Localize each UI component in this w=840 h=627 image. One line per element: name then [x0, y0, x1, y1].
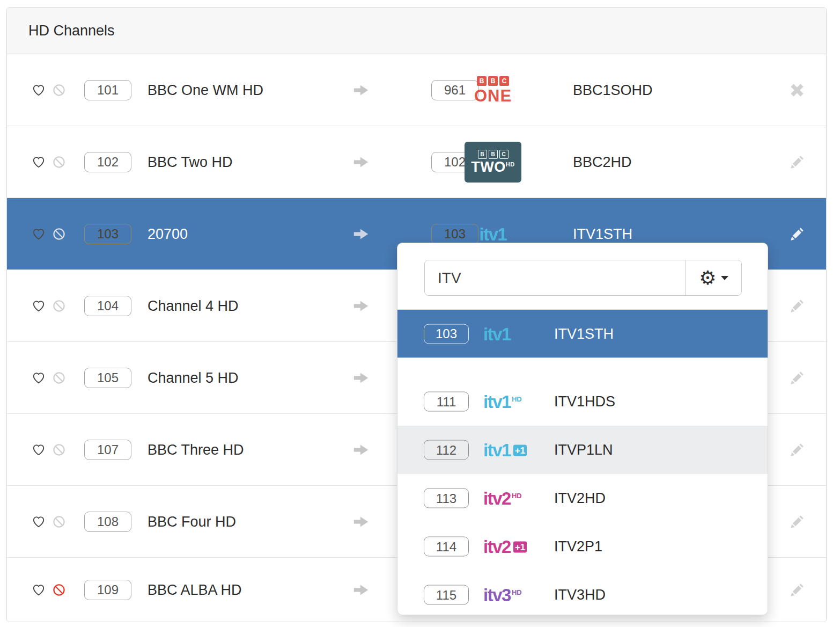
edit-mapping-button[interactable] [789, 298, 805, 314]
itv2-wordmark: itv2 [483, 537, 511, 557]
lcn-value: 104 [97, 298, 119, 314]
lcn-badge: 112 [424, 440, 469, 460]
edit-mapping-button[interactable] [789, 582, 805, 598]
map-arrow-icon [352, 84, 370, 97]
lcn-badge: 109 [84, 580, 131, 600]
remove-mapping-button[interactable] [790, 83, 805, 98]
lcn-value: 107 [97, 442, 119, 457]
gear-icon: ⚙ [699, 268, 716, 288]
search-options-button[interactable]: ⚙ [686, 260, 741, 295]
channel-name: Channel 5 HD [148, 369, 239, 386]
favourite-icon[interactable] [32, 515, 46, 529]
itv1-logo: itv1 [456, 225, 529, 243]
block-icon[interactable] [53, 227, 66, 240]
service-name: BBC2HD [573, 154, 632, 170]
itv1-wordmark: itv1 [483, 325, 511, 342]
favourite-icon[interactable] [32, 371, 46, 385]
itv1-hd-logo: itv1HD [483, 393, 522, 411]
map-arrow-icon [352, 228, 370, 240]
hd-superscript: HD [506, 161, 515, 167]
itv1-wordmark: itv1 [483, 440, 511, 460]
service-name: ITV2HD [554, 490, 606, 507]
block-icon[interactable] [53, 299, 66, 312]
bbc-one-word: ONE [474, 88, 512, 104]
plus1-box: +1 [513, 542, 527, 553]
hd-superscript: HD [512, 588, 522, 596]
itv1-wordmark: itv1 [483, 392, 511, 412]
edit-mapping-button[interactable] [789, 370, 805, 386]
favourite-icon[interactable] [32, 155, 46, 169]
edit-mapping-button[interactable] [789, 442, 805, 458]
lcn-badge: 105 [84, 368, 131, 388]
lcn-value: 113 [436, 491, 456, 506]
picker-item-114[interactable]: 114 itv2+1 ITV2P1 [397, 522, 768, 571]
lcn-value: 115 [436, 587, 456, 602]
map-arrow-icon [352, 584, 370, 596]
block-icon[interactable] [53, 371, 66, 384]
search-input[interactable] [425, 260, 686, 295]
service-name: ITV1STH [554, 325, 614, 342]
favourite-icon[interactable] [32, 299, 46, 313]
bbc-one-logo: B B C ONE [456, 76, 529, 104]
lcn-value: 102 [97, 155, 119, 170]
map-arrow-icon [352, 515, 370, 528]
lcn-value: 114 [436, 539, 456, 554]
itv2-plus1-logo: itv2+1 [483, 538, 527, 556]
favourite-icon[interactable] [32, 83, 46, 97]
picker-item-103-selected[interactable]: 103 itv1 ITV1STH [397, 310, 768, 358]
picker-results-list: 111 itv1HD ITV1HDS 112 itv1+1 ITVP1LN 11… [397, 358, 768, 615]
picker-item-113[interactable]: 113 itv2HD ITV2HD [397, 474, 768, 522]
favourite-icon[interactable] [32, 583, 46, 597]
channel-name: BBC One WM HD [148, 82, 263, 98]
lcn-badge: 113 [424, 489, 469, 508]
bbc-letter: B [478, 150, 487, 159]
map-arrow-icon [352, 300, 370, 312]
popup-search-section: ⚙ [397, 243, 768, 310]
service-name: ITV1STH [573, 225, 632, 242]
channel-picker-popup: ⚙ 103 itv1 ITV1STH 111 itv1HD ITV1HDS [397, 243, 768, 615]
channel-name: BBC Four HD [148, 513, 236, 530]
lcn-badge: 114 [424, 537, 469, 557]
edit-mapping-button[interactable] [789, 226, 805, 242]
favourite-icon[interactable] [32, 443, 46, 457]
bbc-letter: B [489, 150, 498, 159]
page: HD Channels 101 BBC One WM HD 961 B B C … [0, 0, 840, 627]
itv3-wordmark: itv3 [483, 585, 511, 605]
picker-item-112-hovered[interactable]: 112 itv1+1 ITVP1LN [397, 426, 768, 474]
plus1-box: +1 [513, 445, 527, 456]
service-name: BBC1SOHD [573, 82, 653, 98]
lcn-badge: 102 [84, 152, 131, 172]
lcn-badge: 107 [84, 440, 131, 460]
favourite-icon[interactable] [32, 227, 46, 241]
bbc-two-hd-logo: B B C TWOHD [456, 142, 529, 183]
itv3-hd-logo: itv3HD [483, 586, 522, 604]
lcn-value: 105 [97, 370, 119, 385]
picker-item-115[interactable]: 115 itv3HD ITV3HD [397, 571, 768, 615]
picker-item-111[interactable]: 111 itv1HD ITV1HDS [397, 377, 768, 426]
itv1-wordmark: itv1 [480, 225, 507, 243]
bbc-letter: C [499, 150, 509, 159]
edit-mapping-button[interactable] [789, 514, 805, 530]
chevron-down-icon [721, 276, 728, 280]
service-name: ITVP1LN [554, 442, 613, 458]
lcn-badge: 115 [424, 585, 469, 605]
itv1-plus1-logo: itv1+1 [483, 441, 527, 459]
block-icon[interactable] [53, 443, 66, 456]
bbc-letter: C [499, 76, 509, 86]
block-icon[interactable] [53, 155, 66, 169]
block-icon[interactable] [53, 83, 66, 97]
hd-superscript: HD [512, 395, 522, 403]
blocked-icon[interactable] [53, 583, 66, 596]
lcn-badge: 104 [84, 296, 131, 316]
channel-name: 20700 [148, 225, 188, 242]
lcn-badge: 108 [84, 512, 131, 532]
hd-superscript: HD [512, 492, 522, 500]
block-icon[interactable] [53, 515, 66, 528]
search-group: ⚙ [424, 260, 742, 296]
service-name: ITV1HDS [554, 393, 615, 410]
edit-mapping-button[interactable] [789, 154, 805, 170]
channel-row-102[interactable]: 102 BBC Two HD 102 B B C TWOHD BBC2HD [7, 126, 826, 198]
channel-row-101[interactable]: 101 BBC One WM HD 961 B B C ONE BBC1SOHD [7, 54, 826, 126]
bbc-two-word: TWO [471, 159, 505, 175]
lcn-badge: 103 [84, 224, 131, 244]
